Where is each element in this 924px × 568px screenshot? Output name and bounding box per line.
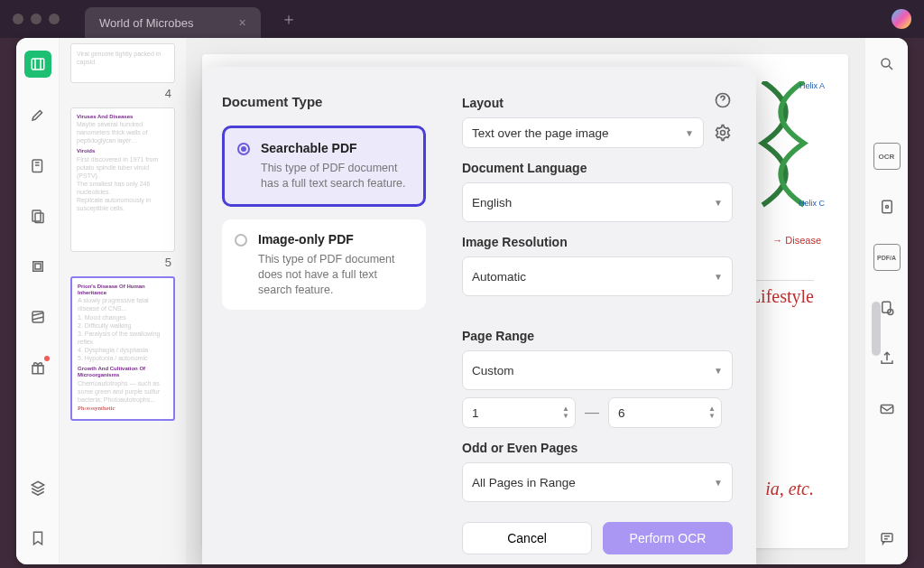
language-label: Document Language	[462, 161, 733, 175]
doctype-title: Searchable PDF	[261, 141, 411, 155]
thumb-text: Viral genome tightly packed in capsid	[77, 50, 169, 66]
page-range-select[interactable]: Custom ▼	[462, 350, 733, 390]
mail-icon[interactable]	[873, 396, 901, 423]
document-tab[interactable]: World of Microbes ×	[85, 7, 261, 38]
page-icon[interactable]	[873, 193, 901, 220]
ocr-badge-icon[interactable]: OCR	[873, 143, 901, 170]
page-number-label: 5	[70, 254, 175, 275]
chevron-down-icon: ▼	[714, 478, 723, 488]
chevron-down-icon: ▼	[714, 366, 723, 376]
language-select[interactable]: English ▼	[462, 182, 733, 222]
text-annotate-icon[interactable]	[24, 202, 51, 229]
layout-select[interactable]: Text over the page image ▼	[462, 117, 704, 148]
svg-rect-5	[35, 264, 41, 269]
stepper-icon[interactable]: ▲▼	[708, 405, 716, 420]
annotate-icon[interactable]	[24, 152, 51, 179]
helix-label: Helix C	[799, 199, 825, 208]
doctype-title: Image-only PDF	[258, 232, 413, 247]
page-to-input[interactable]: 6 ▲▼	[608, 397, 722, 428]
left-tool-rail	[16, 38, 60, 564]
svg-point-16	[721, 131, 725, 135]
library-icon[interactable]	[24, 51, 51, 78]
close-window-button[interactable]	[13, 14, 23, 24]
app-window: Viral genome tightly packed in capsid 4 …	[16, 38, 908, 564]
layout-label: Layout	[462, 96, 704, 110]
odd-even-label: Odd or Even Pages	[462, 441, 733, 455]
doctype-image-only-pdf[interactable]: Image-only PDF This type of PDF document…	[222, 219, 426, 311]
svg-point-8	[882, 59, 890, 67]
svg-rect-14	[882, 534, 892, 542]
select-value: English	[472, 196, 512, 210]
comment-icon[interactable]	[873, 525, 901, 552]
odd-even-select[interactable]: All Pages in Range ▼	[462, 462, 733, 502]
cancel-button[interactable]: Cancel	[462, 522, 592, 554]
minimize-window-button[interactable]	[31, 14, 42, 24]
svg-rect-0	[32, 59, 44, 70]
gear-icon[interactable]	[713, 123, 733, 143]
helix-label: Helix A	[799, 81, 825, 90]
right-tool-rail: OCR PDF/A	[864, 38, 908, 564]
select-value: Automatic	[472, 270, 526, 284]
page-from-input[interactable]: 1 ▲▼	[462, 397, 576, 428]
crop-icon[interactable]	[24, 253, 51, 280]
stamp-icon[interactable]	[24, 303, 51, 331]
svg-rect-11	[882, 302, 890, 312]
chevron-down-icon: ▼	[685, 128, 694, 138]
thumb-heading: Prion's Disease Of Human Inheritance	[78, 284, 168, 296]
stepper-icon[interactable]: ▲▼	[562, 405, 569, 420]
resolution-label: Image Resolution	[462, 235, 733, 249]
input-value: 1	[472, 406, 479, 420]
input-value: 6	[618, 406, 625, 420]
perform-ocr-button[interactable]: Perform OCR	[603, 522, 733, 554]
highlighter-icon[interactable]	[24, 101, 51, 128]
page-number-label: 4	[70, 85, 175, 106]
bookmark-icon[interactable]	[24, 525, 51, 552]
help-icon[interactable]	[713, 90, 733, 110]
chevron-down-icon: ▼	[714, 198, 723, 208]
close-tab-icon[interactable]: ×	[239, 15, 246, 30]
doctype-desc: This type of PDF document does not have …	[258, 252, 413, 298]
page-thumbnail-current[interactable]: Prion's Disease Of Human Inheritance A s…	[70, 276, 175, 421]
page-thumbnail[interactable]: Viruses And Diseases Maybe several hundr…	[70, 107, 175, 252]
svg-rect-2	[32, 210, 41, 221]
thumb-subheading: Growth And Cultivation Of Microorganisms	[78, 366, 168, 378]
select-value: Text over the page image	[472, 126, 609, 140]
tab-title: World of Microbes	[99, 16, 194, 30]
svg-rect-13	[881, 405, 893, 414]
search-icon[interactable]	[873, 51, 901, 78]
window-traffic-lights	[13, 14, 60, 24]
chevron-down-icon: ▼	[714, 272, 723, 282]
range-dash: —	[585, 405, 599, 421]
notification-dot-icon	[44, 356, 50, 361]
canvas-scrollbar[interactable]	[872, 302, 881, 356]
maximize-window-button[interactable]	[49, 14, 60, 24]
svg-point-10	[885, 206, 888, 209]
document-type-heading: Document Type	[222, 94, 426, 109]
gift-icon[interactable]	[24, 354, 51, 381]
resolution-select[interactable]: Automatic ▼	[462, 256, 733, 296]
pdfa-icon[interactable]: PDF/A	[873, 244, 901, 271]
page-thumbnail[interactable]: Viral genome tightly packed in capsid	[70, 43, 175, 83]
page-thumbnails-panel: Viral genome tightly packed in capsid 4 …	[60, 38, 186, 564]
thumb-heading: Viruses And Diseases	[77, 114, 169, 120]
thumb-subheading: Viroids	[77, 148, 169, 154]
user-avatar[interactable]	[892, 9, 911, 29]
doctype-desc: This type of PDF document has a full tex…	[261, 161, 411, 191]
modal-left-pane: Document Type Searchable PDF This type o…	[202, 67, 446, 564]
select-value: All Pages in Range	[472, 476, 576, 489]
ocr-options-modal: Document Type Searchable PDF This type o…	[202, 67, 756, 564]
annotation-disease: → Disease	[772, 235, 821, 246]
page-range-label: Page Range	[462, 329, 733, 343]
titlebar: World of Microbes × ＋	[0, 0, 924, 38]
modal-right-pane: Layout Text over the page image ▼ Docume…	[446, 67, 756, 564]
doctype-searchable-pdf[interactable]: Searchable PDF This type of PDF document…	[222, 126, 426, 207]
layers-icon[interactable]	[24, 474, 51, 501]
svg-rect-9	[882, 200, 892, 213]
select-value: Custom	[472, 364, 514, 377]
radio-icon	[235, 234, 247, 247]
radio-icon	[237, 143, 250, 155]
new-tab-button[interactable]: ＋	[281, 8, 297, 30]
